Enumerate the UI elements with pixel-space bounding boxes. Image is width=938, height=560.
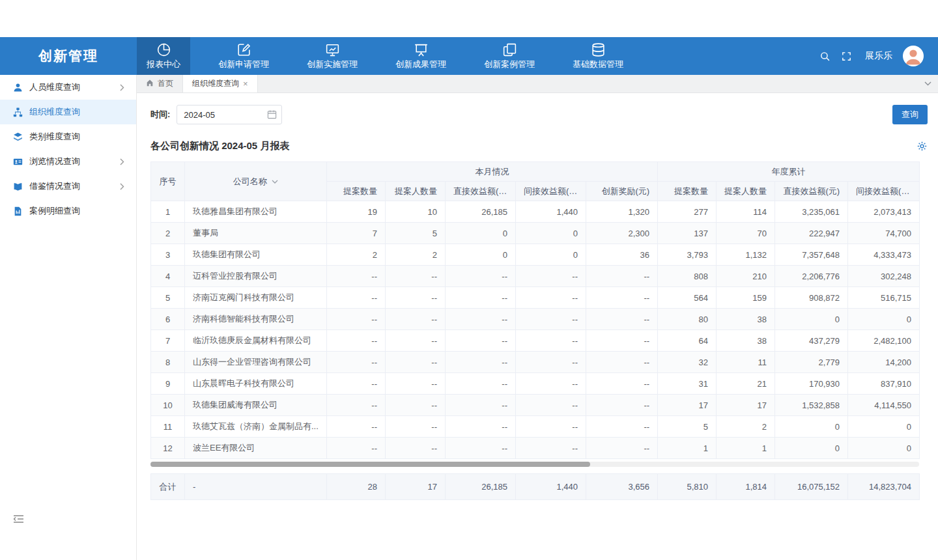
table-row[interactable]: 5济南迈克阀门科技有限公司----------564159908,872516,… xyxy=(151,287,920,309)
nav-item-label: 创新实施管理 xyxy=(307,59,358,70)
table-header: 序号 公司名称 本月情况 年度累计 提案数量 提案人数量 直接效益额(元) 间接… xyxy=(151,162,920,201)
report-table: 序号 公司名称 本月情况 年度累计 提案数量 提案人数量 直接效益额(元) 间接… xyxy=(150,161,920,459)
value-cell: 1,440 xyxy=(516,201,586,223)
col-header: 提案数量 xyxy=(658,182,717,201)
value-cell: 222,947 xyxy=(775,223,848,244)
value-cell: 2,300 xyxy=(586,223,658,244)
value-cell: -- xyxy=(327,416,386,438)
company-cell: 玖德艾瓦兹（济南）金属制品有... xyxy=(185,416,327,438)
sidebar-item-reference-status[interactable]: 借鉴情况查询 xyxy=(0,174,136,199)
col-header: 创新奖励(元) xyxy=(586,182,658,201)
pie-chart-icon xyxy=(156,42,172,58)
table-row[interactable]: 2董事局75002,30013770222,94774,700 xyxy=(151,223,920,244)
value-cell: -- xyxy=(386,309,446,330)
gear-icon[interactable] xyxy=(917,141,928,152)
value-cell: -- xyxy=(327,352,386,373)
value-cell: -- xyxy=(516,373,586,395)
value-cell: -- xyxy=(386,373,446,395)
value-cell: -- xyxy=(327,373,386,395)
nav-item-base-data[interactable]: 基础数据管理 xyxy=(563,37,633,75)
open-book-icon xyxy=(13,182,23,191)
seq-cell: 3 xyxy=(151,244,185,266)
value-cell: 7,357,648 xyxy=(775,244,848,266)
table-row[interactable]: 8山东得一企业管理咨询有限公司----------32112,77914,200 xyxy=(151,352,920,373)
avatar[interactable] xyxy=(903,46,924,66)
value-cell: 2 xyxy=(386,244,446,266)
value-cell: 564 xyxy=(658,287,717,309)
sidebar-item-label: 案例明细查询 xyxy=(29,205,80,217)
nav-item-report-center[interactable]: 报表中心 xyxy=(137,37,190,75)
user-name[interactable]: 展乐乐 xyxy=(865,50,892,62)
nav-item-innovation-apply[interactable]: 创新申请管理 xyxy=(208,37,279,75)
person-icon xyxy=(13,83,23,92)
month-picker-input[interactable] xyxy=(177,105,282,124)
seq-cell: 5 xyxy=(151,287,185,309)
table-row[interactable]: 9山东晨晖电子科技有限公司----------3121170,930837,91… xyxy=(151,373,920,395)
horizontal-scrollbar[interactable] xyxy=(150,462,919,467)
nav-item-label: 报表中心 xyxy=(147,59,180,70)
value-cell: 0 xyxy=(775,309,848,330)
value-cell: 159 xyxy=(717,287,775,309)
sidebar-item-category-dimension[interactable]: 类别维度查询 xyxy=(0,124,136,149)
value-cell: 302,248 xyxy=(848,266,920,287)
table-row[interactable]: 4迈科管业控股有限公司----------8082102,206,776302,… xyxy=(151,266,920,287)
query-button[interactable]: 查询 xyxy=(892,105,928,124)
search-icon[interactable] xyxy=(819,51,831,62)
fullscreen-icon[interactable] xyxy=(841,51,852,62)
nav-item-innovation-implement[interactable]: 创新实施管理 xyxy=(297,37,367,75)
table-row[interactable]: 6济南科德智能科技有限公司----------803800 xyxy=(151,309,920,330)
value-cell: 0 xyxy=(446,223,516,244)
value-cell: -- xyxy=(446,309,516,330)
table-row[interactable]: 11玖德艾瓦兹（济南）金属制品有...----------5200 xyxy=(151,416,920,438)
col-header-company[interactable]: 公司名称 xyxy=(185,162,327,201)
presentation-board-icon xyxy=(413,42,429,58)
table-row[interactable]: 12波兰EE有限公司----------1100 xyxy=(151,438,920,459)
table-row[interactable]: 7临沂玖德庚辰金属材料有限公司----------6438437,2792,48… xyxy=(151,330,920,352)
seq-cell: 10 xyxy=(151,395,185,416)
sort-caret-icon xyxy=(272,180,278,184)
close-icon[interactable]: × xyxy=(243,79,248,88)
value-cell: -- xyxy=(386,330,446,352)
calendar-icon[interactable] xyxy=(267,109,277,119)
nav-item-innovation-cases[interactable]: 创新案例管理 xyxy=(474,37,545,75)
tab-org-dimension[interactable]: 组织维度查询 × xyxy=(183,75,258,92)
col-header-seq: 序号 xyxy=(151,162,185,201)
seq-cell: 8 xyxy=(151,352,185,373)
value-cell: -- xyxy=(327,266,386,287)
chevron-down-icon[interactable] xyxy=(918,75,938,92)
value-cell: -- xyxy=(586,416,658,438)
edit-square-icon xyxy=(236,42,252,58)
value-cell: -- xyxy=(327,309,386,330)
value-cell: 36 xyxy=(586,244,658,266)
tab-home[interactable]: 首页 xyxy=(137,75,183,92)
file-chart-icon xyxy=(13,206,23,216)
sidebar-item-org-dimension[interactable]: 组织维度查询 xyxy=(0,100,136,124)
seq-cell: 11 xyxy=(151,416,185,438)
col-header: 直接效益额(元) xyxy=(446,182,516,201)
value-cell: -- xyxy=(446,330,516,352)
value-cell: 5 xyxy=(658,416,717,438)
value-cell: -- xyxy=(586,395,658,416)
value-cell: 17 xyxy=(658,395,717,416)
table-row[interactable]: 10玖德集团威海有限公司----------17171,532,8584,114… xyxy=(151,395,920,416)
value-cell: 170,930 xyxy=(775,373,848,395)
scrollbar-thumb[interactable] xyxy=(150,462,590,467)
value-cell: -- xyxy=(446,352,516,373)
nav-item-innovation-results[interactable]: 创新成果管理 xyxy=(386,37,456,75)
sidebar-item-person-dimension[interactable]: 人员维度查询 xyxy=(0,75,136,100)
table-row[interactable]: 3玖德集团有限公司2200363,7931,1327,357,6484,333,… xyxy=(151,244,920,266)
value-cell: 437,279 xyxy=(775,330,848,352)
nav-item-label: 创新申请管理 xyxy=(218,59,269,70)
value-cell: 0 xyxy=(775,438,848,459)
sidebar-item-browse-status[interactable]: 浏览情况查询 xyxy=(0,149,136,174)
main-content: 时间: 查询 各公司创新情况 2024-05 月报表 xyxy=(137,93,938,560)
value-cell: 1 xyxy=(658,438,717,459)
value-cell: -- xyxy=(327,438,386,459)
table-row[interactable]: 1玖德雅昌集团有限公司191026,1851,4401,3202771143,2… xyxy=(151,201,920,223)
menu-collapse-icon[interactable] xyxy=(13,514,24,524)
value-cell: -- xyxy=(586,373,658,395)
value-cell: -- xyxy=(386,352,446,373)
value-cell: 3,235,061 xyxy=(775,201,848,223)
value-cell: 4,114,550 xyxy=(848,395,920,416)
sidebar-item-case-detail[interactable]: 案例明细查询 xyxy=(0,199,136,223)
